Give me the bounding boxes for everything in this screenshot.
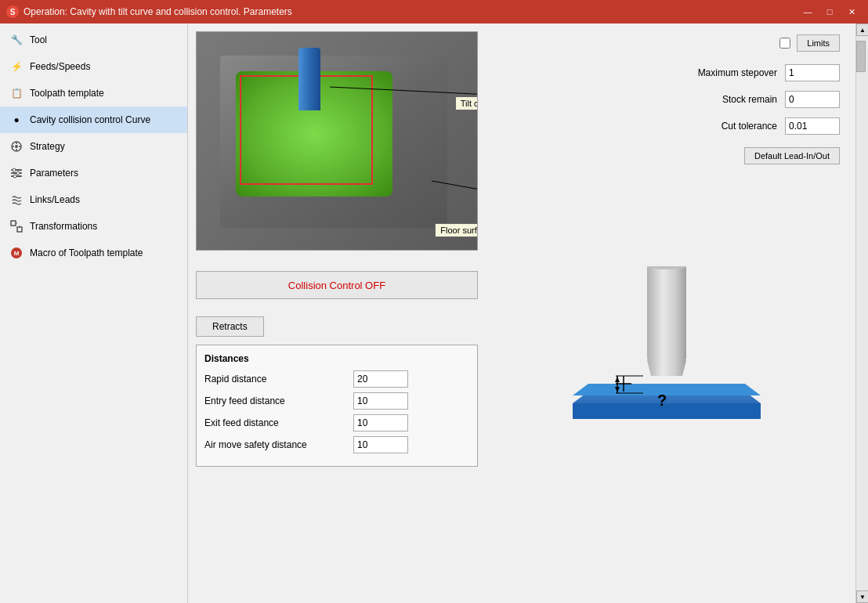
exit-feed-label: Exit feed distance: [204, 417, 345, 428]
links-icon: [9, 193, 24, 207]
scroll-down-button[interactable]: ▼: [856, 590, 868, 603]
sidebar-item-tool[interactable]: 🔧 Tool: [0, 27, 187, 53]
template-icon: 📋: [9, 86, 24, 100]
tool-preview: ?: [573, 266, 761, 441]
svg-point-1: [15, 145, 18, 148]
sidebar-macro-label: Macro of Toolpath template: [30, 247, 143, 258]
canvas-area: Tilt curve Floor surfaces: [196, 31, 478, 251]
tool-3d: [298, 48, 320, 110]
sidebar-item-cavity-curve[interactable]: ● Cavity collision control Curve: [0, 107, 187, 133]
distances-section: Distances Rapid distance Entry feed dist…: [196, 345, 478, 467]
limits-button[interactable]: Limits: [797, 34, 840, 52]
exit-feed-row: Exit feed distance: [204, 414, 469, 431]
svg-point-11: [13, 175, 16, 178]
exit-feed-input[interactable]: [353, 414, 408, 431]
max-stepover-input[interactable]: [785, 64, 840, 81]
sidebar-item-parameters[interactable]: Parameters: [0, 160, 187, 186]
default-lead-inout-button[interactable]: Default Lead-In/Out: [744, 147, 840, 164]
sidebar-cavity-label: Cavity collision control Curve: [30, 114, 150, 125]
app-icon: S: [6, 5, 19, 18]
rapid-distance-row: Rapid distance: [204, 370, 469, 388]
3d-viewport[interactable]: Tilt curve Floor surfaces: [196, 31, 478, 251]
retracts-button[interactable]: Retracts: [196, 316, 264, 337]
entry-feed-label: Entry feed distance: [204, 395, 345, 406]
sidebar-item-macro-toolpath[interactable]: M Macro of Toolpath template: [0, 240, 187, 266]
window-title: Operation: Cavity with tilt curve and co…: [24, 6, 292, 17]
sidebar-item-strategy[interactable]: Strategy: [0, 133, 187, 160]
transform-icon: [9, 219, 24, 233]
scrollbar-thumb[interactable]: [856, 41, 866, 72]
sidebar-links-label: Links/Leads: [30, 194, 80, 205]
sidebar-strategy-label: Strategy: [30, 141, 65, 152]
content-area: Tilt curve Floor surfaces Limits Maximum…: [188, 23, 855, 603]
cut-tolerance-input[interactable]: [785, 117, 840, 135]
scrollbar-track[interactable]: [856, 36, 868, 590]
rapid-distance-label: Rapid distance: [204, 374, 345, 385]
sidebar-template-label: Toolpath template: [30, 88, 104, 99]
sidebar-item-toolpath-template[interactable]: 📋 Toolpath template: [0, 80, 187, 107]
stock-remain-input[interactable]: [785, 91, 840, 108]
parameters-icon: [9, 166, 24, 180]
svg-rect-12: [11, 221, 16, 226]
sidebar-feeds-label: Feeds/Speeds: [30, 61, 90, 72]
strategy-icon: [9, 139, 24, 153]
svg-point-9: [13, 168, 16, 172]
floor-surfaces-callout: Floor surfaces: [435, 223, 478, 237]
sidebar: 🔧 Tool ⚡ Feeds/Speeds 📋 Toolpath templat…: [0, 23, 188, 603]
rapid-distance-input[interactable]: [353, 370, 408, 388]
window-controls[interactable]: — □ ✕: [797, 4, 862, 20]
air-move-row: Air move safety distance: [204, 436, 469, 453]
title-bar: S Operation: Cavity with tilt curve and …: [0, 0, 868, 23]
cut-tolerance-label: Cut tolerance: [683, 121, 777, 132]
sidebar-transformations-label: Transformations: [30, 221, 97, 232]
sidebar-parameters-label: Parameters: [30, 168, 78, 179]
scroll-up-button[interactable]: ▲: [856, 23, 868, 36]
svg-marker-26: [615, 377, 620, 382]
collision-control-button[interactable]: Collision Control OFF: [196, 271, 478, 299]
tilt-curve-callout: Tilt curve: [455, 96, 478, 110]
limits-checkbox[interactable]: [779, 38, 790, 49]
distances-title: Distances: [204, 353, 469, 364]
scrollbar[interactable]: ▲ ▼: [855, 23, 868, 603]
entry-feed-row: Entry feed distance: [204, 392, 469, 410]
svg-rect-13: [17, 227, 22, 232]
restore-button[interactable]: □: [819, 4, 840, 20]
sidebar-item-links-leads[interactable]: Links/Leads: [0, 186, 187, 213]
air-move-label: Air move safety distance: [204, 439, 345, 450]
feeds-icon: ⚡: [9, 60, 24, 74]
svg-rect-18: [647, 266, 686, 360]
stock-remain-label: Stock remain: [683, 94, 777, 105]
macro-icon: M: [9, 246, 24, 260]
air-move-input[interactable]: [353, 436, 408, 453]
sidebar-item-feeds-speeds[interactable]: ⚡ Feeds/Speeds: [0, 53, 187, 80]
minimize-button[interactable]: —: [797, 4, 818, 20]
sidebar-tool-label: Tool: [30, 34, 47, 45]
svg-text:?: ?: [657, 392, 667, 409]
tool-icon: 🔧: [9, 33, 24, 47]
close-button[interactable]: ✕: [841, 4, 862, 20]
entry-feed-input[interactable]: [353, 392, 408, 410]
max-stepover-label: Maximum stepover: [683, 67, 777, 78]
svg-point-10: [16, 172, 20, 175]
tool-preview-svg: ?: [573, 266, 761, 439]
sidebar-item-transformations[interactable]: Transformations: [0, 213, 187, 240]
cavity-icon: ●: [9, 113, 24, 127]
collision-section: Collision Control OFF: [196, 271, 478, 299]
params-area: Limits Maximum stepover Stock remain Cut…: [486, 31, 848, 251]
